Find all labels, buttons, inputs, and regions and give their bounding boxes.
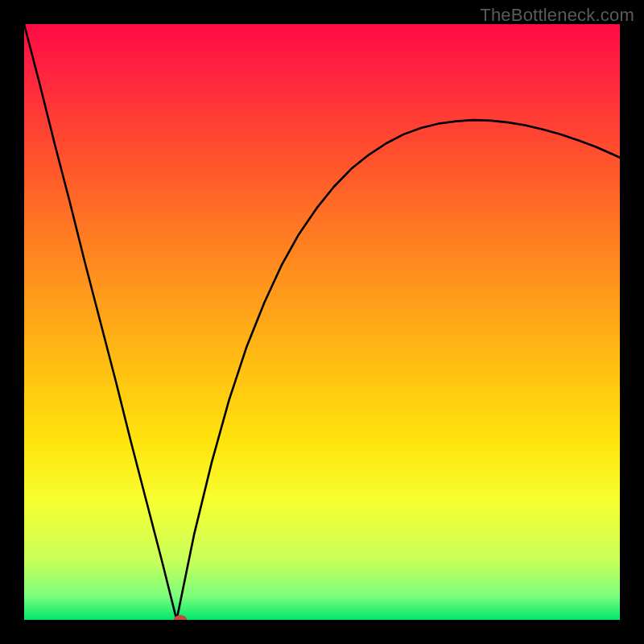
watermark-text: TheBottleneck.com	[480, 5, 634, 26]
bottleneck-curve	[24, 24, 620, 620]
plot-frame	[24, 24, 620, 620]
chart-svg	[24, 24, 620, 620]
